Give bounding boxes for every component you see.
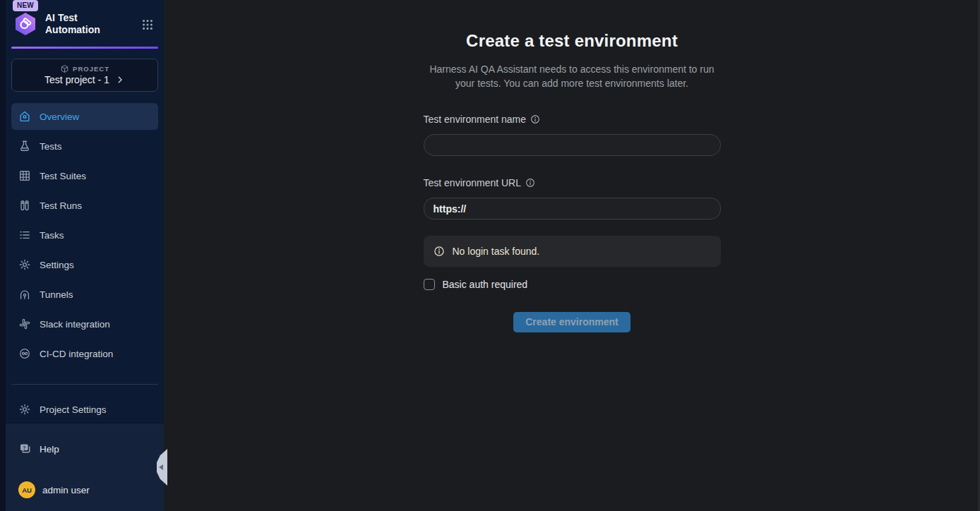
sidebar-item-settings[interactable]: Settings [11, 251, 158, 278]
slack-icon [18, 318, 31, 330]
notice-text: No login task found. [453, 246, 540, 257]
gear-icon [18, 403, 31, 416]
basic-auth-label: Basic auth required [443, 279, 528, 290]
info-icon [434, 246, 445, 257]
cube-icon [60, 64, 69, 73]
env-url-label: Test environment URL [424, 177, 522, 188]
sidebar-item-tests[interactable]: Tests [11, 133, 158, 160]
sidebar-item-label: Test Suites [40, 171, 86, 181]
sidebar-item-test-runs[interactable]: Test Runs [11, 192, 158, 219]
sidebar-item-slack-integration[interactable]: Slack integration [11, 311, 158, 337]
chevron-right-icon [115, 75, 125, 85]
info-icon[interactable] [525, 178, 535, 188]
notice-banner: No login task found. [424, 236, 721, 267]
project-selector[interactable]: PROJECT Test project - 1 [11, 59, 158, 92]
page-subtitle: Harness AI QA Assistant needs to access … [424, 62, 721, 90]
sidebar-item-label: Project Settings [40, 404, 107, 415]
help-button[interactable]: ? Help [11, 439, 158, 459]
new-badge: NEW [13, 0, 38, 11]
brand-divider [11, 47, 158, 49]
sidebar-divider [11, 384, 158, 385]
user-menu[interactable]: AU admin user [11, 479, 158, 501]
app-logo-icon[interactable] [13, 11, 38, 37]
app-title: AI Test Automation [45, 12, 134, 36]
apps-grid-icon[interactable] [141, 18, 154, 31]
sidebar-item-label: CI-CD integration [40, 349, 113, 359]
basic-auth-row[interactable]: Basic auth required [424, 279, 528, 290]
sidebar-item-cicd-integration[interactable]: CI-CD integration [11, 340, 158, 367]
sidebar-item-label: Test Runs [40, 200, 82, 211]
project-label: PROJECT [73, 65, 109, 73]
sidebar-item-label: Tasks [40, 230, 64, 241]
help-label: Help [40, 444, 59, 455]
svg-text:?: ? [23, 445, 25, 450]
sidebar: NEW AI Test Automation [0, 0, 164, 511]
flask-icon [18, 140, 31, 152]
env-name-label: Test environment name [424, 114, 527, 125]
basic-auth-checkbox[interactable] [424, 279, 435, 290]
sidebar-item-tasks[interactable]: Tasks [11, 222, 158, 248]
tunnel-icon [18, 288, 31, 301]
sidebar-item-label: Tests [40, 141, 62, 152]
sidebar-item-test-suites[interactable]: Test Suites [11, 162, 158, 189]
main-content: Create a test environment Harness AI QA … [164, 0, 980, 511]
help-chat-icon: ? [18, 442, 32, 456]
gear-icon [18, 258, 31, 271]
sidebar-item-tunnels[interactable]: Tunnels [11, 281, 158, 308]
env-name-input[interactable] [424, 134, 721, 156]
create-environment-form: Create a test environment Harness AI QA … [424, 0, 721, 332]
collapse-arrow-icon [159, 464, 163, 470]
columns-icon [18, 199, 31, 212]
sidebar-item-label: Tunnels [40, 289, 73, 300]
page-title: Create a test environment [424, 31, 721, 51]
avatar: AU [18, 481, 35, 498]
create-environment-button[interactable]: Create environment [513, 312, 630, 332]
sidebar-bottom-section: ? Help AU admin user [6, 423, 164, 511]
sidebar-nav: Overview Tests Test Suites [11, 103, 158, 367]
grid-table-icon [18, 169, 31, 182]
info-icon[interactable] [530, 114, 540, 124]
sidebar-item-label: Slack integration [40, 319, 110, 330]
link-circle-icon [18, 347, 31, 360]
sidebar-item-label: Overview [40, 112, 79, 122]
list-icon [18, 229, 31, 241]
sidebar-item-label: Settings [40, 260, 74, 270]
env-url-input[interactable] [424, 198, 721, 220]
sidebar-item-project-settings[interactable]: Project Settings [11, 396, 158, 423]
user-name: admin user [42, 485, 90, 495]
sidebar-item-overview[interactable]: Overview [11, 103, 158, 130]
home-icon [18, 110, 31, 123]
project-name: Test project - 1 [44, 74, 109, 85]
